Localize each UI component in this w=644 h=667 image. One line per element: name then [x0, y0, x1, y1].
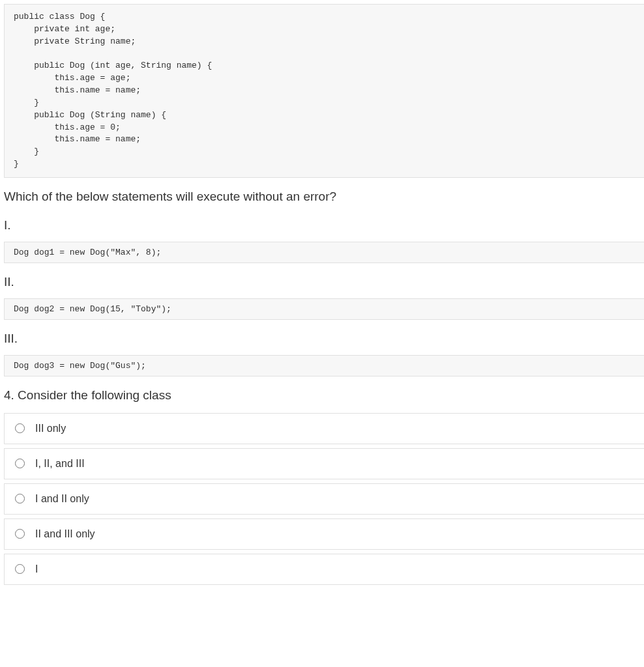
statement-label-2: II.: [4, 275, 644, 289]
answer-option-2[interactable]: I and II only: [4, 483, 644, 515]
main-code-block: public class Dog { private int age; priv…: [4, 4, 644, 178]
radio-input-3[interactable]: [15, 529, 25, 539]
subheading: 4. Consider the following class: [4, 388, 644, 403]
option-label-0: III only: [35, 423, 66, 434]
answer-options: III only I, II, and III I and II only II…: [4, 413, 644, 585]
radio-input-4[interactable]: [15, 564, 25, 574]
radio-input-2[interactable]: [15, 494, 25, 504]
answer-option-1[interactable]: I, II, and III: [4, 448, 644, 479]
question-text: Which of the below statements will execu…: [4, 190, 644, 204]
code-snippet-2: Dog dog2 = new Dog(15, "Toby");: [4, 298, 644, 320]
code-snippet-3: Dog dog3 = new Dog("Gus");: [4, 355, 644, 376]
radio-input-1[interactable]: [15, 459, 25, 468]
code-snippet-1: Dog dog1 = new Dog("Max", 8);: [4, 242, 644, 263]
option-label-2: I and II only: [35, 493, 89, 505]
statement-label-1: I.: [4, 218, 644, 233]
option-label-1: I, II, and III: [35, 458, 85, 470]
answer-option-4[interactable]: I: [4, 554, 644, 585]
option-label-3: II and III only: [35, 528, 95, 540]
radio-input-0[interactable]: [15, 423, 25, 433]
statement-label-3: III.: [4, 332, 644, 346]
answer-option-0[interactable]: III only: [4, 413, 644, 444]
option-label-4: I: [35, 563, 38, 575]
answer-option-3[interactable]: II and III only: [4, 518, 644, 550]
